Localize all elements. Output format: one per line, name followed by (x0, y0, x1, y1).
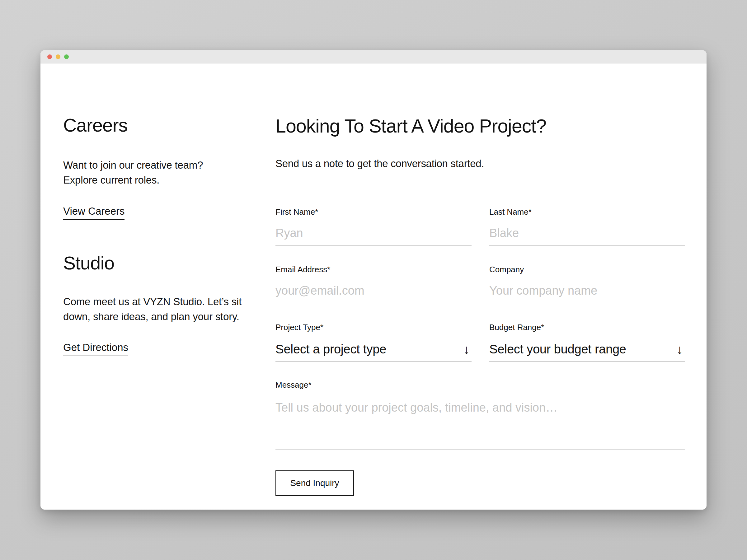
company-field-group: Company (489, 265, 685, 303)
get-directions-link[interactable]: Get Directions (63, 342, 128, 356)
project-type-selected-value: Select a project type (276, 342, 386, 356)
view-careers-link[interactable]: View Careers (63, 205, 125, 220)
company-label: Company (489, 265, 685, 274)
budget-range-field-group: Budget Range* Select your budget range ↓ (489, 323, 685, 362)
browser-window: Careers Want to join our creative team? … (41, 50, 706, 510)
careers-heading: Careers (63, 115, 127, 136)
project-type-label: Project Type* (276, 323, 471, 332)
studio-heading: Studio (63, 253, 114, 273)
careers-description-line1: Want to join our creative team? (63, 159, 203, 171)
careers-description: Want to join our creative team? Explore … (63, 158, 203, 188)
company-input[interactable] (489, 284, 685, 303)
message-textarea[interactable] (276, 398, 685, 450)
last-name-field-group: Last Name* (489, 207, 685, 246)
last-name-label: Last Name* (489, 207, 685, 216)
form-subheading: Send us a note to get the conversation s… (276, 158, 484, 169)
form-heading: Looking To Start A Video Project? (276, 115, 546, 137)
chevron-down-icon: ↓ (463, 343, 470, 356)
budget-range-selected-value: Select your budget range (489, 342, 626, 356)
budget-range-select[interactable]: Select your budget range ↓ (489, 341, 685, 362)
first-name-label: First Name* (276, 207, 471, 216)
email-field-group: Email Address* (276, 265, 471, 303)
minimize-window-icon[interactable] (56, 54, 60, 59)
first-name-field-group: First Name* (276, 207, 471, 246)
project-type-select[interactable]: Select a project type ↓ (276, 341, 471, 362)
window-titlebar (41, 50, 706, 63)
studio-description-line1: Come meet us at VYZN Studio. Let’s sit (63, 296, 241, 308)
zoom-window-icon[interactable] (64, 54, 69, 59)
first-name-input[interactable] (276, 226, 471, 246)
budget-range-label: Budget Range* (489, 323, 685, 332)
project-type-field-group: Project Type* Select a project type ↓ (276, 323, 471, 362)
send-inquiry-button[interactable]: Send Inquiry (276, 471, 354, 496)
careers-description-line2: Explore current roles. (63, 174, 159, 186)
message-field-group: Message* (276, 380, 685, 450)
chevron-down-icon: ↓ (676, 343, 683, 356)
studio-description-line2: down, share ideas, and plan your story. (63, 311, 239, 322)
message-label: Message* (276, 380, 685, 390)
studio-description: Come meet us at VYZN Studio. Let’s sit d… (63, 294, 241, 324)
last-name-input[interactable] (489, 226, 685, 246)
email-label: Email Address* (276, 265, 471, 274)
close-window-icon[interactable] (47, 54, 52, 59)
page-content: Careers Want to join our creative team? … (41, 63, 706, 510)
email-input[interactable] (276, 284, 471, 303)
